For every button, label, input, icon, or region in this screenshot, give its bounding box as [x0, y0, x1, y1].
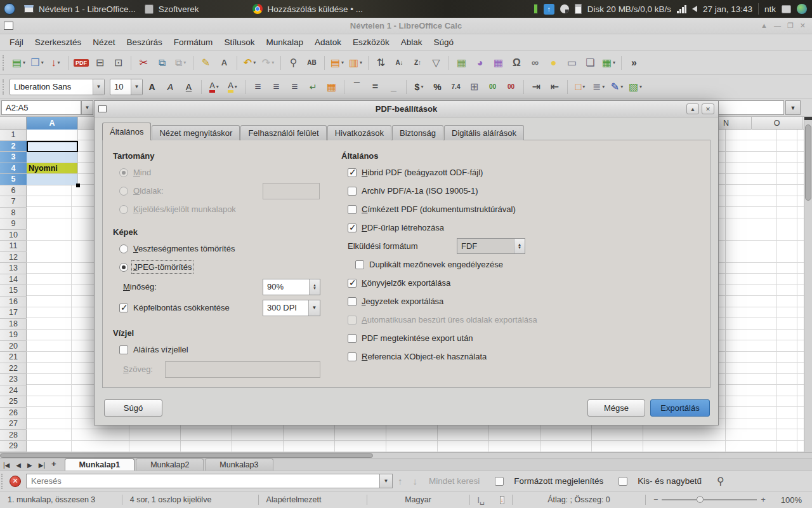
upload-icon[interactable]: ↑ — [544, 4, 554, 15]
sort-descending-icon[interactable]: Z↑ — [409, 54, 426, 71]
toolbar-grip[interactable] — [1, 474, 6, 489]
row-header-20[interactable]: 20 — [0, 341, 27, 352]
search-input[interactable] — [26, 474, 380, 488]
zoom-slider[interactable]: − + — [646, 495, 773, 504]
insert-row-icon[interactable]: ▤▾ — [329, 54, 346, 71]
submit-format-select[interactable]: FDF▲▼ — [457, 238, 525, 254]
last-sheet-icon[interactable]: ▶| — [36, 460, 48, 471]
insert-column-icon[interactable]: ▥▾ — [347, 54, 364, 71]
statistics-status[interactable]: Átlag: ; Összeg: 0 — [513, 495, 646, 504]
copy-icon[interactable]: ⧉ — [154, 54, 171, 71]
zoom-track[interactable] — [662, 499, 757, 500]
number-format-icon[interactable]: 7.4 — [447, 78, 464, 95]
column-header-o[interactable]: O — [752, 117, 802, 130]
duplicate-fieldnames-checkbox-row[interactable]: Duplikált mezőnevek engedélyezése — [341, 255, 706, 274]
align-top-icon[interactable]: ¯ — [348, 78, 365, 95]
insert-image-icon[interactable]: ▦ — [453, 54, 470, 71]
taskbar-window-chrome[interactable]: Hozzászólás küldése • ... — [252, 4, 363, 14]
new-document-icon[interactable]: ▤▾ — [10, 54, 27, 71]
selection-status[interactable]: 4 sor, 1 oszlop kijelölve — [122, 495, 258, 504]
watermark-sign-option[interactable]: Aláírás vízjellel — [113, 340, 336, 359]
font-size-combo[interactable]: 10 ▼ — [110, 79, 143, 95]
print-icon[interactable]: ⊟ — [91, 54, 108, 71]
sort-ascending-icon[interactable]: A↓ — [391, 54, 408, 71]
resolution-combo[interactable]: 300 DPI ▼ — [263, 300, 320, 316]
export-button[interactable]: Exportálás — [650, 399, 710, 417]
show-desktop-icon[interactable] — [782, 5, 791, 13]
tab-a-ltala-nos[interactable]: Általános — [102, 123, 151, 140]
row-header-19[interactable]: 19 — [0, 330, 27, 341]
menu-formatum[interactable]: Formátum — [168, 35, 219, 50]
watermark-checkbox[interactable] — [119, 345, 128, 354]
autofilter-icon[interactable]: ▽ — [428, 54, 445, 71]
delete-decimal-icon[interactable]: 00 — [502, 78, 520, 95]
formatted-display-checkbox[interactable] — [495, 477, 504, 486]
align-right-icon[interactable]: ≡ — [286, 78, 303, 95]
dialog-close-icon[interactable]: ✕ — [702, 104, 714, 114]
cancel-button[interactable]: Mégse — [587, 399, 645, 417]
export-comments-checkbox-row[interactable]: Jegyzetek exportálása — [341, 292, 706, 311]
row-header-23[interactable]: 23 — [0, 374, 27, 385]
language-status[interactable]: Magyar — [367, 495, 469, 504]
range-pages-radio[interactable] — [119, 187, 128, 196]
battery-icon[interactable] — [534, 4, 538, 14]
cell-A2-active[interactable] — [27, 141, 78, 152]
cell-A1[interactable] — [27, 130, 78, 141]
open-folder-icon[interactable]: ❒▾ — [29, 54, 46, 71]
pivot-table-icon[interactable]: ▦ — [490, 54, 507, 71]
volume-icon[interactable] — [692, 6, 697, 12]
jpeg-option[interactable]: JPEG-tömörítés — [113, 258, 336, 276]
bold-icon[interactable]: A — [143, 78, 160, 95]
workspace-globe-icon[interactable] — [797, 4, 807, 14]
user-name[interactable]: ntk — [764, 4, 776, 14]
export-blank-pages-checkbox-row[interactable]: Automatikusan beszúrt üres oldalak expor… — [341, 311, 706, 329]
insert-chart-icon[interactable]: ◕ — [471, 54, 488, 71]
next-sheet-icon[interactable]: ▶ — [24, 460, 36, 471]
row-header-7[interactable]: 7 — [0, 196, 27, 208]
taskbar-window-software[interactable]: Szoftverek — [145, 4, 199, 14]
export-bookmarks-checkbox[interactable] — [348, 279, 357, 288]
row-header-22[interactable]: 22 — [0, 363, 27, 375]
comment-icon[interactable]: ● — [545, 54, 562, 71]
toolbar-grip[interactable] — [3, 79, 7, 95]
special-character-icon[interactable]: Ω — [508, 54, 525, 71]
tagged-pdf-checkbox-row[interactable]: Címkézett PDF (dokumentumstruktúrával) — [341, 200, 706, 218]
clock[interactable]: 27 jan, 13:43 — [703, 4, 752, 14]
quality-spin-icons[interactable]: ▲▼ — [309, 279, 320, 295]
wrap-text-icon[interactable]: ↵ — [304, 78, 322, 95]
selection-fill-handle[interactable] — [76, 184, 80, 187]
disk-usage-icon[interactable] — [560, 4, 569, 13]
find-next-icon[interactable]: ↓ — [413, 476, 418, 486]
shade-window-icon[interactable]: ▲ — [761, 22, 768, 30]
document-modified-icon[interactable]: ↓ — [500, 496, 504, 504]
merge-cells-icon[interactable]: ▦ — [323, 78, 340, 95]
freeze-rows-columns-icon[interactable]: ▦▾ — [600, 54, 617, 71]
row-header-9[interactable]: 9 — [0, 218, 27, 230]
minimize-window-icon[interactable]: — — [774, 22, 781, 30]
zoom-out-icon[interactable]: − — [653, 495, 658, 504]
range-selection-option[interactable]: Kijelölés/kijelölt munkalapok — [113, 200, 336, 218]
headers-footers-icon[interactable]: ▭ — [563, 54, 580, 71]
range-pages-option[interactable]: Oldalak: — [113, 182, 336, 200]
insert-mode-status[interactable]: I␣ — [469, 495, 492, 505]
tagged-pdf-checkbox[interactable] — [348, 205, 357, 214]
toolbar-overflow-icon[interactable]: » — [625, 54, 643, 71]
align-vcenter-icon[interactable]: = — [367, 78, 384, 95]
zoom-knob[interactable] — [697, 496, 704, 503]
row-header-1[interactable]: 1 — [0, 130, 27, 141]
menu-ablak[interactable]: Ablak — [395, 35, 428, 50]
row-header-15[interactable]: 15 — [0, 285, 27, 297]
row-header-16[interactable]: 16 — [0, 297, 27, 308]
close-window-icon[interactable]: ✕ — [800, 22, 806, 30]
hyperlink-icon[interactable]: ∞ — [527, 54, 544, 71]
page-style-status[interactable]: Alapértelmezett — [259, 495, 367, 504]
row-header-26[interactable]: 26 — [0, 408, 27, 419]
dialog-titlebar[interactable]: PDF-beállítások ▲ ✕ — [95, 101, 718, 117]
find-and-replace-icon[interactable]: ⚲ — [717, 475, 724, 487]
view-after-export-checkbox[interactable] — [348, 334, 357, 343]
border-style-icon[interactable]: ≣▾ — [590, 78, 607, 95]
horizontal-scrollbar[interactable] — [0, 452, 812, 458]
clone-formatting-icon[interactable]: ✎ — [197, 54, 214, 71]
cell-A5[interactable] — [27, 174, 78, 185]
previous-sheet-icon[interactable]: ◀ — [13, 460, 24, 471]
